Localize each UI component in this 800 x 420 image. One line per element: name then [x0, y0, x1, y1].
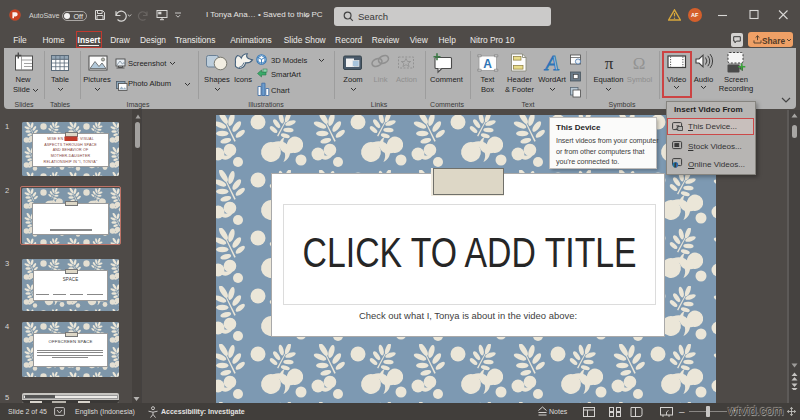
- svg-text:CLICK TO ADD TITLE: CLICK TO ADD TITLE: [303, 228, 637, 276]
- svg-text:A: A: [543, 50, 559, 75]
- svg-text:Check out what I, Tonya is abo: Check out what I, Tonya is about in the …: [359, 311, 577, 321]
- svg-text:Ω: Ω: [633, 54, 646, 73]
- svg-text:π: π: [605, 54, 614, 73]
- svg-text:A: A: [483, 57, 492, 71]
